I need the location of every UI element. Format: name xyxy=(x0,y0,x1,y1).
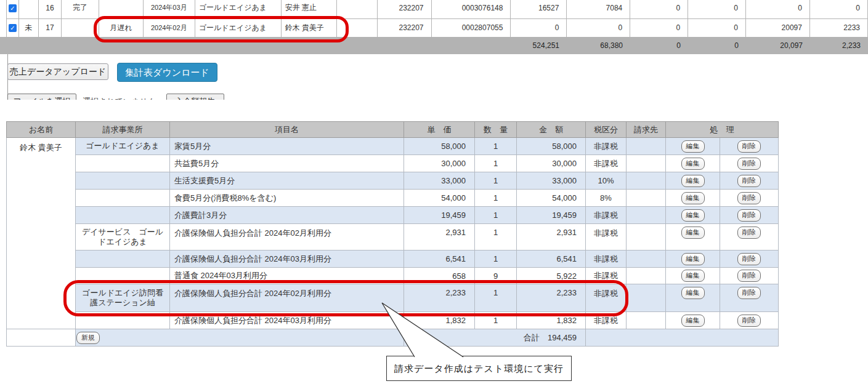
amount-cell: 1,832 xyxy=(517,312,586,329)
tax-class-cell: 非課税 xyxy=(586,312,627,329)
edit-button[interactable]: 編集 xyxy=(681,253,705,265)
tax-class-cell: 非課税 xyxy=(586,268,627,284)
value-cell: 0 xyxy=(688,0,746,18)
footer-row: 新規 合計 194,459 xyxy=(7,329,779,347)
value-cell: 20097 xyxy=(746,18,810,37)
late-cell: 月遅れ xyxy=(99,18,143,37)
delete-button[interactable]: 削除 xyxy=(737,175,761,187)
quantity-cell: 1 xyxy=(475,172,517,190)
tax-class-cell: 10% xyxy=(586,172,627,190)
delete-button[interactable]: 削除 xyxy=(737,287,761,299)
amount-cell: 6,541 xyxy=(517,251,586,268)
footer-name-cell xyxy=(7,329,76,347)
item-cell: 共益費5月分 xyxy=(170,155,404,172)
table-row: 普通食 2024年03月利用分 658 9 5,922 非課税 編集 削除 xyxy=(7,268,779,284)
amount-cell: 2,233 xyxy=(517,284,586,312)
delete-button[interactable]: 削除 xyxy=(737,209,761,222)
file-status-text: 選択されていません xyxy=(83,96,156,100)
value-cell: 0 xyxy=(630,18,688,37)
row-checkbox[interactable]: ✓ xyxy=(9,24,17,32)
empty-cell xyxy=(336,18,377,37)
edit-button[interactable]: 編集 xyxy=(681,209,705,222)
table-row: 共益費5月分 30,000 1 30,000 非課税 編集 削除 xyxy=(7,155,779,172)
tax-class-cell: 非課税 xyxy=(586,251,627,268)
delete-button[interactable]: 削除 xyxy=(737,227,761,239)
totals-row: 524,251 68,380 0 0 20,097 2,233 xyxy=(0,37,868,54)
edit-button[interactable]: 編集 xyxy=(681,287,705,299)
sales-upload-button[interactable]: 売上データアップロード xyxy=(7,63,108,80)
unit-price-cell: 658 xyxy=(404,268,475,284)
amount-cell: 19,459 xyxy=(517,207,586,224)
billing-items-table: お名前 請求事業所 項目名 単 価 数 量 金 額 税区分 請求先 処 理 鈴木… xyxy=(6,121,779,347)
item-cell: 介護保険個人負担分合計 2024年02月利用分 xyxy=(170,284,404,312)
edit-button[interactable]: 編集 xyxy=(681,270,705,282)
edit-button[interactable]: 編集 xyxy=(681,192,705,204)
office-cell: ゴールドエイジ訪問看護ステーション紬 xyxy=(76,284,170,312)
value-cell: 0 xyxy=(567,18,630,37)
quantity-cell: 1 xyxy=(475,312,517,329)
check-icon: ✓ xyxy=(10,5,15,12)
office-cell xyxy=(76,190,170,207)
tax-class-cell: 非課税 xyxy=(586,224,627,251)
value-cell: 0 xyxy=(746,0,810,18)
bill-to-cell xyxy=(627,284,666,312)
payment-report-button[interactable]: 入金額報告 xyxy=(166,94,224,100)
bill-to-cell xyxy=(627,268,666,284)
bill-to-cell xyxy=(627,138,666,155)
office-cell xyxy=(76,172,170,190)
edit-button[interactable]: 編集 xyxy=(681,140,705,153)
unit-price-cell: 33,000 xyxy=(404,172,475,190)
office-cell xyxy=(76,268,170,284)
delete-button[interactable]: 削除 xyxy=(737,270,761,282)
edit-button[interactable]: 編集 xyxy=(681,315,705,327)
table-row: 食費5月分(消費税8%を含む) 54,000 1 54,000 8% 編集 削除 xyxy=(7,190,779,207)
table-row: デイサービス ゴールドエイジあま 介護保険個人負担分合計 2024年02月利用分… xyxy=(7,224,779,251)
office-cell: デイサービス ゴールドエイジあま xyxy=(76,224,170,251)
bill-to-cell xyxy=(627,251,666,268)
table-row: 介護保険個人負担分合計 2024年03月利用分 6,541 1 6,541 非課… xyxy=(7,251,779,268)
delete-button[interactable]: 削除 xyxy=(737,140,761,153)
value-cell: 0 xyxy=(809,0,867,18)
bill-to-cell xyxy=(627,190,666,207)
total-value: 524,251 xyxy=(505,41,559,50)
bill-to-cell xyxy=(627,224,666,251)
edit-button[interactable]: 編集 xyxy=(681,175,705,187)
bill-to-cell xyxy=(627,155,666,172)
col-header-name: お名前 xyxy=(7,122,76,138)
quantity-cell: 1 xyxy=(475,207,517,224)
tax-class-cell: 非課税 xyxy=(586,155,627,172)
delete-button[interactable]: 削除 xyxy=(737,315,761,327)
account-cell: 0002807055 xyxy=(431,18,511,37)
office-cell xyxy=(76,251,170,268)
page: ✓ 16 完了 2024年03月 ゴールドエイジあま 安井 憲止 232207 … xyxy=(0,0,868,389)
bill-to-cell xyxy=(627,172,666,190)
delete-button[interactable]: 削除 xyxy=(737,158,761,170)
total-value: 68,380 xyxy=(567,41,623,50)
table-row: 介護保険個人負担分合計 2024年03月利用分 1,832 1 1,832 非課… xyxy=(7,312,779,329)
item-cell: 介護費計3月分 xyxy=(170,207,404,224)
col-header-quantity: 数 量 xyxy=(475,122,517,138)
amount-cell: 33,000 xyxy=(517,172,586,190)
unit-price-cell: 2,233 xyxy=(404,284,475,312)
new-item-button[interactable]: 新規 xyxy=(76,332,100,344)
row-number-cell: 16 xyxy=(38,0,61,18)
row-checkbox[interactable]: ✓ xyxy=(9,4,17,12)
edit-button[interactable]: 編集 xyxy=(681,227,705,239)
value-cell: 16527 xyxy=(511,0,567,18)
item-cell: 介護保険個人負担分合計 2024年03月利用分 xyxy=(170,312,404,329)
person-cell: 安井 憲止 xyxy=(281,0,336,18)
tax-class-cell: 非課税 xyxy=(586,138,627,155)
unit-price-cell: 54,000 xyxy=(404,190,475,207)
grand-total-cell: 合計 194,459 xyxy=(404,329,586,347)
delete-button[interactable]: 削除 xyxy=(737,253,761,265)
table-row: 介護費計3月分 19,459 1 19,459 非課税 編集 削除 xyxy=(7,207,779,224)
file-select-button[interactable]: ファイルを選択 xyxy=(7,94,76,100)
quantity-cell: 1 xyxy=(475,284,517,312)
office-cell: ゴールドエイジあま xyxy=(195,18,281,37)
delete-button[interactable]: 削除 xyxy=(737,192,761,204)
sales-summary-table: ✓ 16 完了 2024年03月 ゴールドエイジあま 安井 憲止 232207 … xyxy=(6,0,868,38)
month-cell: 2024年03月 xyxy=(143,0,195,18)
col-header-actions: 処 理 xyxy=(666,122,779,138)
summary-download-button[interactable]: 集計表ダウンロード xyxy=(117,63,217,82)
edit-button[interactable]: 編集 xyxy=(681,158,705,170)
